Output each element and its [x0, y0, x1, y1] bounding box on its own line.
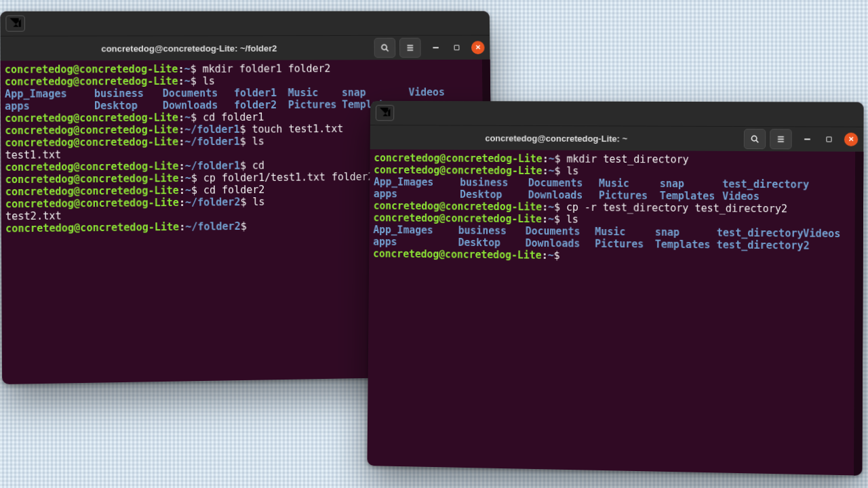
ls-entry: Downloads [528, 189, 599, 202]
ls-entry: Documents [526, 225, 595, 238]
ls-entry: snap [655, 226, 717, 239]
ls-entry: Pictures [595, 238, 655, 251]
ls-entry: business [458, 224, 526, 237]
ls-entry: App_Images [373, 224, 458, 237]
ls-entry: snap [342, 86, 409, 98]
ls-entry: Documents [163, 87, 234, 99]
ls-entry: App_Images [374, 176, 460, 188]
svg-point-1 [751, 136, 756, 141]
ls-entry: folder1 [234, 87, 288, 99]
ls-entry: Documents [528, 177, 599, 189]
hamburger-menu-button[interactable] [399, 38, 421, 58]
terminal-window-home[interactable]: concretedog@concretedog-Lite: ~ concrete… [367, 101, 863, 476]
new-tab-button[interactable] [5, 16, 25, 32]
maximize-button[interactable] [450, 41, 464, 54]
ls-output: App_ImagesappsbusinessDesktopDocumentsDo… [374, 176, 851, 203]
close-button[interactable] [471, 41, 485, 54]
ls-entry: Desktop [458, 237, 526, 249]
window-title: concretedog@concretedog-Lite: ~/folder2 [6, 43, 370, 54]
ls-entry: Music [288, 87, 342, 99]
ls-entry: apps [374, 188, 460, 201]
minimize-button[interactable] [429, 41, 442, 55]
ls-entry: Videos [408, 86, 462, 98]
scene-3d: concretedog@concretedog-Lite: ~/folder2 … [0, 0, 868, 488]
ls-entry: apps [373, 236, 458, 249]
terminal-line: concretedog@concretedog-Lite:~$ mkdir fo… [5, 62, 478, 76]
search-button[interactable] [374, 38, 396, 58]
hamburger-menu-button[interactable] [770, 129, 792, 149]
ls-entry: Videos [803, 227, 850, 240]
ls-entry: apps [5, 100, 94, 113]
ls-entry: Desktop [94, 100, 163, 112]
close-button[interactable] [844, 133, 858, 146]
ls-entry: Templates [660, 190, 723, 203]
ls-entry: Pictures [288, 99, 342, 111]
ls-entry: snap [660, 178, 723, 190]
ls-entry: test_directory [717, 226, 804, 239]
title-bar[interactable]: concretedog@concretedog-Lite: ~ [370, 125, 864, 152]
new-tab-button[interactable] [376, 105, 395, 121]
terminal-content[interactable]: concretedog@concretedog-Lite:~$ mkdir te… [367, 149, 855, 475]
ls-entry: Downloads [163, 99, 234, 111]
title-bar[interactable]: concretedog@concretedog-Lite: ~/folder2 [0, 35, 490, 61]
ls-entry: Pictures [599, 189, 660, 201]
tab-bar [370, 101, 864, 127]
window-title: concretedog@concretedog-Lite: ~ [376, 132, 740, 144]
ls-entry: test_directory2 [717, 239, 804, 251]
ls-entry: Desktop [460, 188, 528, 201]
scrollbar[interactable] [854, 152, 863, 476]
ls-entry: Videos [722, 190, 809, 203]
search-button[interactable] [744, 129, 766, 149]
minimize-button[interactable] [800, 132, 814, 146]
svg-point-0 [382, 45, 387, 49]
ls-entry: test_directory [722, 178, 809, 191]
ls-entry: Music [599, 178, 660, 190]
ls-entry: folder2 [234, 99, 288, 111]
ls-entry: business [94, 87, 163, 100]
ls-entry: Music [595, 226, 655, 239]
tab-bar [0, 11, 490, 35]
ls-entry: App_Images [5, 87, 94, 100]
ls-entry: business [460, 176, 528, 188]
ls-entry: Templates [655, 239, 717, 251]
maximize-button[interactable] [822, 133, 835, 146]
ls-entry: Downloads [526, 237, 595, 250]
